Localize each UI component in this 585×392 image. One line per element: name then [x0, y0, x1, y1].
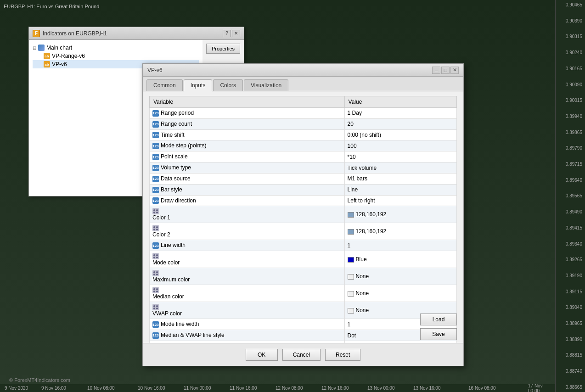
- table-row[interactable]: Median color None: [150, 285, 457, 302]
- num-icon: 123: [152, 197, 159, 204]
- value-cell[interactable]: Line: [344, 184, 456, 195]
- value-cell[interactable]: 100: [344, 140, 456, 151]
- table-row[interactable]: 123Draw direction Left to right: [150, 195, 457, 206]
- variable-cell: 123Range period: [150, 108, 345, 119]
- dots-icon: [152, 225, 159, 231]
- value-cell[interactable]: 20: [344, 118, 456, 129]
- color-swatch: [348, 274, 354, 280]
- variable-cell: 123Time shift: [150, 129, 345, 140]
- variable-cell: VWAP color: [150, 302, 345, 319]
- num-icon: 123: [152, 165, 159, 171]
- tree-collapse-icon: ⊟: [33, 45, 36, 50]
- tab-inputs[interactable]: Inputs: [184, 79, 213, 91]
- variable-cell: 123Line width: [150, 240, 345, 251]
- chart-title: EURGBP, H1: Euro vs Great Britain Pound: [4, 4, 99, 9]
- value-cell[interactable]: Blue: [344, 251, 456, 268]
- value-cell[interactable]: 128,160,192: [344, 206, 456, 223]
- time-axis: 9 Nov 2020 9 Nov 16:00 10 Nov 08:00 10 N…: [0, 384, 555, 392]
- reset-btn[interactable]: Reset: [325, 349, 360, 361]
- value-cell[interactable]: *10: [344, 151, 456, 162]
- tab-colors[interactable]: Colors: [213, 79, 243, 91]
- table-row[interactable]: 123Volume type Tick volume: [150, 162, 457, 174]
- tree-item-vp-range[interactable]: ab VP-Range-v6: [33, 52, 199, 60]
- value-cell[interactable]: None: [344, 268, 456, 285]
- num-icon: 123: [152, 143, 159, 149]
- table-row[interactable]: Mode color Blue: [150, 251, 457, 268]
- table-row[interactable]: VWAP color None: [150, 302, 457, 319]
- dots-icon: [152, 270, 159, 276]
- price-axis: 0.90465 0.90390 0.90315 0.90240 0.90165 …: [555, 0, 585, 392]
- indicators-dialog-icon: F: [33, 30, 40, 37]
- value-cell[interactable]: M1 bars: [344, 173, 456, 184]
- table-row[interactable]: 123Point scale *10: [150, 151, 457, 162]
- side-actions: Load Save: [420, 314, 457, 340]
- num-icon: 123: [152, 132, 159, 138]
- indicators-question-btn[interactable]: ?: [223, 30, 231, 37]
- table-row[interactable]: Color 1 128,160,192: [150, 206, 457, 223]
- tab-common[interactable]: Common: [146, 79, 183, 91]
- table-row[interactable]: 123Data source M1 bars: [150, 173, 457, 184]
- table-row[interactable]: Color 2 128,160,192: [150, 223, 457, 240]
- table-row[interactable]: 123Line width 1: [150, 240, 457, 251]
- table-row[interactable]: Maximum color None: [150, 268, 457, 285]
- variable-cell: 123Point scale: [150, 151, 345, 162]
- value-cell[interactable]: 1 Day: [344, 108, 456, 119]
- table-row[interactable]: 123Bar style Line: [150, 184, 457, 195]
- indicators-dialog-title: Indicators on EURGBP,H1: [43, 30, 107, 37]
- num-icon: 123: [152, 176, 159, 182]
- value-cell[interactable]: 0:00 (no shift): [344, 129, 456, 140]
- col-variable: Variable: [150, 96, 345, 108]
- color-swatch: [348, 308, 354, 314]
- value-cell[interactable]: Left to right: [344, 195, 456, 206]
- cancel-btn[interactable]: Cancel: [282, 349, 321, 361]
- variable-cell: Color 1: [150, 206, 345, 223]
- color-swatch: [348, 257, 354, 263]
- num-icon: 123: [152, 110, 159, 117]
- properties-titlebar: VP-v6 – □ ✕: [143, 64, 463, 77]
- value-cell[interactable]: None: [344, 285, 456, 302]
- indicators-close-btn[interactable]: ✕: [232, 30, 240, 37]
- dots-icon: [152, 208, 159, 214]
- variable-cell: 123Volume type: [150, 162, 345, 174]
- properties-close-btn[interactable]: ✕: [450, 67, 459, 74]
- properties-maximize-btn[interactable]: □: [441, 67, 450, 74]
- dots-icon: [152, 287, 159, 293]
- indicator-icon-2: ab: [44, 61, 50, 67]
- value-cell[interactable]: 1: [344, 240, 456, 251]
- tabs-bar: Common Inputs Colors Visualization: [143, 77, 463, 91]
- chart-icon: [38, 45, 45, 51]
- save-btn[interactable]: Save: [420, 328, 457, 340]
- properties-minimize-btn[interactable]: –: [432, 67, 440, 74]
- properties-dialog: VP-v6 – □ ✕ Common Inputs Colors Visuali…: [142, 63, 464, 366]
- dots-icon: [152, 253, 159, 259]
- table-row[interactable]: 123Range count 20: [150, 118, 457, 129]
- num-icon: 123: [152, 321, 159, 328]
- params-table-container: Variable Value 123Range period 1 Day 123…: [143, 91, 463, 348]
- dialog-footer: OK Cancel Reset: [143, 343, 463, 366]
- properties-btn[interactable]: Properties: [206, 44, 240, 54]
- properties-dialog-title: VP-v6: [147, 67, 163, 73]
- table-row[interactable]: 123Mode line width 1: [150, 319, 457, 330]
- table-row[interactable]: 123Mode step (points) 100: [150, 140, 457, 151]
- ok-btn[interactable]: OK: [246, 349, 278, 361]
- table-row[interactable]: 123Median & VWAP line style Dot: [150, 330, 457, 341]
- tree-item-main-chart[interactable]: ⊟ Main chart: [33, 44, 199, 52]
- table-row[interactable]: 123Time shift 0:00 (no shift): [150, 129, 457, 140]
- load-btn[interactable]: Load: [420, 314, 457, 325]
- color-swatch: [348, 291, 354, 297]
- variable-cell: Maximum color: [150, 268, 345, 285]
- value-cell[interactable]: 128,160,192: [344, 223, 456, 240]
- value-cell[interactable]: Tick volume: [344, 162, 456, 174]
- num-icon: 123: [152, 242, 159, 249]
- num-icon: 123: [152, 154, 159, 160]
- variable-cell: Median color: [150, 285, 345, 302]
- variable-cell: 123Bar style: [150, 184, 345, 195]
- table-row[interactable]: 123Range period 1 Day: [150, 108, 457, 119]
- variable-cell: Mode color: [150, 251, 345, 268]
- tab-visualization[interactable]: Visualization: [244, 79, 288, 91]
- tree-main-chart-label: Main chart: [46, 45, 72, 51]
- dots-icon: [152, 304, 159, 310]
- variable-cell: 123Mode step (points): [150, 140, 345, 151]
- color-swatch: [348, 229, 354, 235]
- indicators-titlebar: F Indicators on EURGBP,H1 ? ✕: [29, 27, 244, 40]
